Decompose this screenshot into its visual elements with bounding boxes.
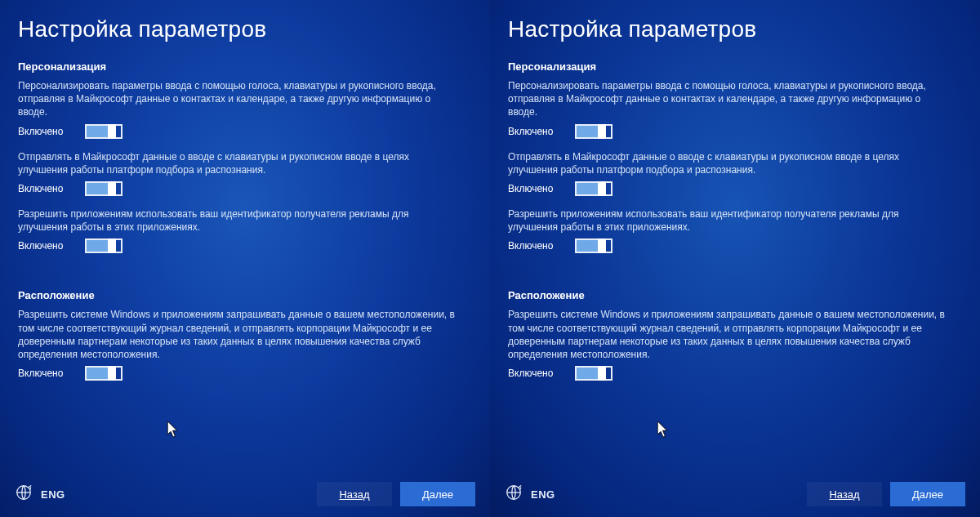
page-title: Настройка параметров bbox=[18, 16, 466, 42]
toggle-personalize-input[interactable] bbox=[85, 124, 122, 139]
back-button[interactable]: Назад bbox=[807, 482, 882, 506]
toggle-row: Включено bbox=[508, 366, 956, 381]
settings-panel-left: Настройка параметров Персонализация Перс… bbox=[0, 0, 490, 517]
mouse-cursor-icon bbox=[167, 421, 179, 438]
setting-desc: Разрешить системе Windows и приложениям … bbox=[18, 308, 459, 361]
setting-desc: Разрешить приложениям использовать ваш и… bbox=[18, 207, 459, 234]
toggle-row: Включено bbox=[18, 181, 466, 196]
toggle-row: Включено bbox=[508, 181, 956, 196]
toggle-advertising-id[interactable] bbox=[85, 238, 122, 253]
page-title: Настройка параметров bbox=[508, 16, 956, 42]
toggle-state-label: Включено bbox=[18, 183, 74, 194]
mouse-cursor-icon bbox=[657, 421, 669, 438]
toggle-typing-data[interactable] bbox=[85, 181, 122, 196]
section-location-heading: Расположение bbox=[18, 289, 466, 301]
toggle-state-label: Включено bbox=[18, 368, 74, 379]
toggle-row: Включено bbox=[508, 124, 956, 139]
toggle-row: Включено bbox=[18, 238, 466, 253]
language-code: ENG bbox=[41, 488, 65, 501]
back-button[interactable]: Назад bbox=[317, 482, 392, 506]
toggle-row: Включено bbox=[18, 124, 466, 139]
globe-icon bbox=[505, 484, 523, 505]
language-selector[interactable]: ENG bbox=[505, 484, 555, 505]
section-location-heading: Расположение bbox=[508, 289, 956, 301]
language-selector[interactable]: ENG bbox=[15, 484, 65, 505]
toggle-state-label: Включено bbox=[508, 126, 564, 137]
setting-desc: Разрешить приложениям использовать ваш и… bbox=[508, 207, 949, 234]
toggle-personalize-input[interactable] bbox=[575, 124, 612, 139]
toggle-state-label: Включено bbox=[18, 126, 74, 137]
toggle-state-label: Включено bbox=[18, 240, 74, 252]
globe-icon bbox=[15, 484, 33, 505]
toggle-advertising-id[interactable] bbox=[575, 238, 612, 253]
section-personalization-heading: Персонализация bbox=[508, 60, 956, 73]
settings-panel-right: Настройка параметров Персонализация Перс… bbox=[490, 0, 980, 517]
toggle-location[interactable] bbox=[575, 366, 612, 381]
toggle-row: Включено bbox=[18, 366, 466, 381]
setting-desc: Отправлять в Майкрософт данные о вводе с… bbox=[508, 150, 949, 176]
setting-desc: Разрешить системе Windows и приложениям … bbox=[508, 308, 949, 361]
setting-desc: Персонализировать параметры ввода с помо… bbox=[18, 79, 459, 119]
section-personalization-heading: Персонализация bbox=[18, 60, 466, 73]
toggle-row: Включено bbox=[508, 238, 956, 253]
toggle-state-label: Включено bbox=[508, 368, 564, 379]
next-button[interactable]: Далее bbox=[890, 482, 965, 506]
setting-desc: Персонализировать параметры ввода с помо… bbox=[508, 79, 949, 119]
toggle-location[interactable] bbox=[85, 366, 122, 381]
next-button[interactable]: Далее bbox=[400, 482, 475, 506]
language-code: ENG bbox=[531, 488, 555, 501]
setting-desc: Отправлять в Майкрософт данные о вводе с… bbox=[18, 150, 459, 176]
bottom-bar: ENG Назад Далее bbox=[0, 471, 490, 517]
toggle-state-label: Включено bbox=[508, 240, 564, 252]
toggle-state-label: Включено bbox=[508, 183, 564, 194]
toggle-typing-data[interactable] bbox=[575, 181, 612, 196]
bottom-bar: ENG Назад Далее bbox=[490, 471, 980, 517]
